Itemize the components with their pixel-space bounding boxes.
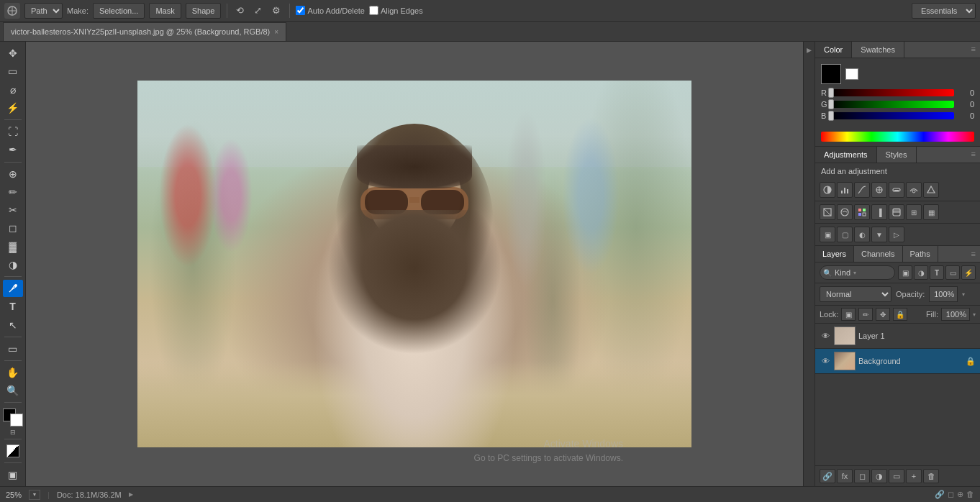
color-panel-menu[interactable]: ≡ [967, 42, 980, 58]
lock-all-btn[interactable]: 🔒 [893, 308, 907, 321]
zoom-tool-button[interactable]: 🔍 [3, 382, 23, 399]
tab-close-button[interactable]: × [274, 28, 278, 36]
lock-position-btn[interactable]: ✥ [876, 308, 890, 321]
mask-button[interactable]: Mask [149, 3, 181, 19]
channels-tab[interactable]: Channels [854, 246, 902, 262]
swatches-tab[interactable]: Swatches [852, 42, 904, 58]
color-spectrum[interactable] [821, 132, 974, 142]
clone-stamp-tool-button[interactable]: ✂ [3, 201, 23, 219]
filter-adjust-btn[interactable]: ◑ [914, 265, 928, 280]
gradient-tool-button[interactable]: ▓ [3, 238, 23, 255]
color-preview-fg[interactable] [821, 64, 841, 84]
opacity-input[interactable] [929, 286, 958, 302]
add-mask-btn[interactable]: ◻ [854, 469, 870, 483]
add-style-btn[interactable]: fx [837, 469, 853, 483]
blend-mode-select[interactable]: Normal [820, 286, 891, 302]
filter-pixel-btn[interactable]: ▣ [898, 265, 912, 280]
text-tool-button[interactable]: T [3, 298, 23, 315]
g-slider-track[interactable] [831, 101, 954, 108]
shape-tool-button[interactable]: ▭ [3, 340, 23, 357]
auto-add-delete-checkbox[interactable] [296, 6, 305, 15]
lasso-tool-button[interactable]: ⌀ [3, 81, 23, 99]
brightness-contrast-btn[interactable] [820, 182, 835, 198]
posterize-btn[interactable]: ⊞ [906, 204, 922, 220]
color-reset-icon[interactable]: ⊟ [10, 429, 16, 436]
new-layer-btn[interactable]: + [906, 469, 922, 483]
photo-filter-btn[interactable] [837, 204, 853, 220]
g-slider-thumb[interactable] [828, 99, 834, 109]
path-select-tool-button[interactable]: ↖ [3, 316, 23, 334]
layer-visibility-eye[interactable]: 👁 [820, 330, 831, 342]
lock-pixels-btn[interactable]: ✏ [858, 308, 873, 321]
color-balance-btn[interactable] [923, 182, 939, 198]
color-preview-bg[interactable] [845, 68, 858, 80]
canvas-area[interactable]: Activate Windows Go to PC settings to ac… [26, 42, 803, 486]
screen-mode-button[interactable]: ▣ [3, 466, 23, 483]
adjustments-tab[interactable]: Adjustments [815, 147, 877, 163]
black-white-btn[interactable] [820, 204, 835, 220]
filter-shape-btn[interactable]: ▭ [945, 265, 960, 280]
selection-button[interactable]: Selection... [93, 3, 145, 19]
pen-tool-button[interactable] [3, 280, 23, 297]
tool-mode-dropdown[interactable]: Path [24, 3, 63, 19]
new-fill-layer-btn[interactable]: ◑ [871, 469, 887, 483]
r-slider-thumb[interactable] [828, 88, 834, 98]
gradient-map-btn[interactable]: ▢ [837, 227, 853, 242]
background-color[interactable] [10, 414, 23, 426]
r-slider-track[interactable] [831, 89, 954, 96]
color-swatches[interactable] [3, 409, 23, 426]
warp-icon[interactable]: ⤢ [251, 4, 265, 17]
align-edges-checkbox[interactable] [369, 6, 378, 15]
filter-text-btn[interactable]: T [930, 265, 944, 280]
settings-icon[interactable]: ⚙ [269, 4, 283, 17]
fill-input[interactable] [941, 308, 970, 321]
b-slider-track[interactable] [831, 112, 954, 119]
layers-tab[interactable]: Layers [815, 246, 854, 262]
fill-dropdown-arrow[interactable]: ▾ [973, 311, 976, 318]
bottom-link-icon[interactable]: 🔗 [935, 490, 945, 499]
new-group-btn[interactable]: ▭ [889, 469, 904, 483]
hand-tool-button[interactable]: ✋ [3, 364, 23, 381]
b-slider-thumb[interactable] [828, 111, 834, 121]
collapse-btn[interactable]: ◀ [803, 45, 816, 58]
transform-icon[interactable]: ⟲ [233, 4, 247, 17]
filter-smart-btn[interactable]: ⚡ [961, 265, 976, 280]
link-layers-btn[interactable]: 🔗 [820, 469, 835, 483]
quick-mask-button[interactable] [3, 442, 23, 459]
bottom-mask-icon[interactable]: ◻ [948, 490, 954, 499]
styles-tab[interactable]: Styles [877, 147, 917, 163]
selective-color-btn[interactable]: ▣ [820, 227, 835, 242]
vibrance-btn[interactable] [889, 182, 904, 198]
opacity-dropdown-arrow[interactable]: ▾ [962, 291, 965, 298]
adjustments-panel-menu[interactable]: ≡ [967, 147, 980, 163]
crop-tool-button[interactable]: ⛶ [3, 123, 23, 140]
marquee-tool-button[interactable]: ▭ [3, 63, 23, 80]
layer-item[interactable]: 👁 Layer 1 [815, 324, 980, 349]
variations-btn[interactable]: ▷ [889, 227, 904, 242]
layer-item[interactable]: 👁 Background 🔒 [815, 349, 980, 374]
document-tab[interactable]: victor-ballesteros-XNIYz25pzlI-unsplash.… [3, 22, 286, 41]
lock-transparent-btn[interactable]: ▣ [841, 308, 856, 321]
invert-btn[interactable] [889, 204, 904, 220]
threshold-btn[interactable]: ▦ [923, 204, 939, 220]
doc-size-arrow[interactable]: ▶ [129, 491, 133, 498]
levels-btn[interactable] [837, 182, 853, 198]
bottom-trash-icon[interactable]: 🗑 [966, 490, 974, 499]
exposure-btn[interactable] [871, 182, 887, 198]
color-lookup-btn[interactable]: ▐ [871, 204, 887, 220]
channel-mixer-btn[interactable] [854, 204, 870, 220]
shape-button[interactable]: Shape [186, 3, 222, 19]
delete-layer-btn[interactable]: 🗑 [923, 469, 939, 483]
hdr-btn[interactable]: ▼ [871, 227, 887, 242]
paths-tab[interactable]: Paths [903, 246, 938, 262]
color-tab[interactable]: Color [815, 42, 852, 58]
eraser-tool-button[interactable]: ◻ [3, 219, 23, 237]
quick-select-tool-button[interactable]: ⚡ [3, 99, 23, 117]
spot-heal-tool-button[interactable]: ⊕ [3, 165, 23, 182]
dodge-tool-button[interactable]: ◑ [3, 256, 23, 273]
shadow-highlight-btn[interactable]: ◐ [854, 227, 870, 242]
brush-tool-button[interactable]: ✏ [3, 183, 23, 201]
curves-btn[interactable] [854, 182, 870, 198]
zoom-menu-btn[interactable]: ▼ [29, 490, 40, 500]
bottom-plus-icon[interactable]: ⊕ [957, 490, 963, 499]
